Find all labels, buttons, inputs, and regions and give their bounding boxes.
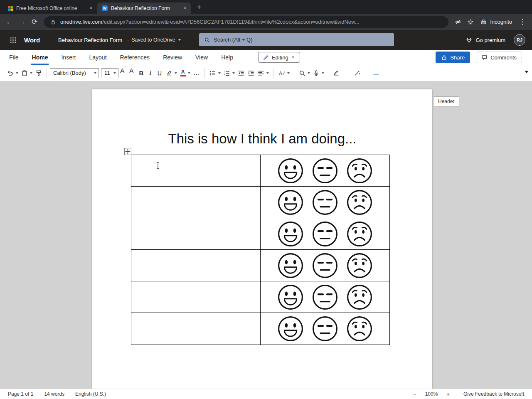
find-chevron-icon[interactable] <box>308 72 310 74</box>
share-button[interactable]: Share <box>436 52 470 63</box>
tab-close-icon[interactable]: × <box>182 5 188 12</box>
table-cell-faces[interactable] <box>261 250 389 281</box>
numbered-list-chevron-icon[interactable] <box>232 72 235 74</box>
eye-off-icon[interactable] <box>452 16 464 28</box>
zoom-in-button[interactable]: + <box>446 391 450 397</box>
address-bar[interactable]: onedrive.live.com/edit.aspx?action=editn… <box>44 16 448 28</box>
table-cell-faces[interactable] <box>261 313 389 345</box>
browser-navbar: ← → ⟳ onedrive.live.com/edit.aspx?action… <box>0 14 532 30</box>
saved-status[interactable]: - Saved to OneDrive <box>127 37 182 43</box>
reload-icon[interactable]: ⟳ <box>28 16 41 28</box>
styles-chevron-icon[interactable] <box>287 72 290 74</box>
editing-mode-dropdown[interactable]: Editing <box>258 52 300 63</box>
happy-face-icon <box>277 315 304 342</box>
tab-home[interactable]: Home <box>31 50 49 65</box>
font-name-select[interactable]: Calibri (Body) <box>50 68 99 78</box>
bullet-list-chevron-icon[interactable] <box>218 72 221 74</box>
tab-close-icon[interactable]: × <box>88 5 94 12</box>
grow-font-icon[interactable]: Aˆ <box>118 67 128 79</box>
document-page: This is how I think I am doing... <box>92 89 432 389</box>
tab-insert[interactable]: Insert <box>60 50 76 65</box>
new-tab-button[interactable]: + <box>194 2 204 12</box>
premium-diamond-icon <box>466 37 472 43</box>
search-input[interactable]: Search (Alt + Q) <box>199 33 394 46</box>
highlight-chevron-icon[interactable] <box>175 72 177 74</box>
table-cell-text[interactable] <box>131 250 261 281</box>
italic-icon[interactable]: I <box>146 67 155 79</box>
underline-icon[interactable]: U <box>155 67 164 79</box>
tab-help[interactable]: Help <box>220 50 234 65</box>
shrink-font-icon[interactable]: Aˇ <box>128 67 137 79</box>
table-cell-text[interactable] <box>131 313 261 345</box>
chevron-down-icon <box>113 72 116 74</box>
document-canvas: This is how I think I am doing... <box>0 81 532 389</box>
screen: Free Microsoft Office online × W Behavio… <box>0 0 532 399</box>
bullet-list-icon[interactable] <box>208 67 218 79</box>
font-color-chevron-icon[interactable] <box>188 72 190 74</box>
highlight-icon[interactable] <box>164 67 174 79</box>
find-icon[interactable] <box>297 67 307 79</box>
undo-chevron-icon[interactable] <box>16 72 18 74</box>
table-cell-faces[interactable] <box>261 187 389 218</box>
browser-menu-icon[interactable]: ⋮ <box>516 16 529 28</box>
ribbon-collapse-icon[interactable] <box>525 71 529 73</box>
browser-tab-document[interactable]: W Behaviour Reflection Form × <box>97 2 191 14</box>
apps-grid-icon[interactable] <box>7 34 19 46</box>
app-name[interactable]: Word <box>24 37 40 44</box>
url-path: /edit.aspx?action=editnew&resid=A7D56CBC… <box>102 19 359 25</box>
language-status[interactable]: English (U.S.) <box>75 391 106 397</box>
tab-references[interactable]: References <box>119 50 151 65</box>
editing-label: Editing <box>272 54 288 61</box>
dictate-mic-icon[interactable] <box>311 67 321 79</box>
forward-icon[interactable]: → <box>16 16 28 28</box>
table-cell-text[interactable] <box>131 155 261 186</box>
svg-text:3: 3 <box>224 74 225 76</box>
table-cell-text[interactable] <box>131 281 261 313</box>
document-heading[interactable]: This is how I think I am doing... <box>92 131 432 147</box>
font-color-icon[interactable]: A <box>178 67 187 79</box>
tab-layout[interactable]: Layout <box>88 50 107 65</box>
header-edit-tab[interactable]: Header <box>433 96 459 106</box>
back-icon[interactable]: ← <box>3 16 16 28</box>
align-chevron-icon[interactable] <box>266 72 269 74</box>
word-count[interactable]: 14 words <box>44 391 64 397</box>
bookmark-star-icon[interactable] <box>464 16 477 28</box>
comments-button[interactable]: Comments <box>476 52 522 63</box>
magic-wand-icon[interactable] <box>352 67 362 79</box>
indent-icon[interactable] <box>246 67 256 79</box>
sad-face-icon <box>346 283 373 311</box>
table-cell-text[interactable] <box>131 218 261 249</box>
document-title-field[interactable]: Behaviour Reflection Form <box>58 37 122 43</box>
table-cell-faces[interactable] <box>261 218 389 249</box>
styles-icon[interactable]: A <box>276 67 287 79</box>
table-cell-faces[interactable] <box>261 155 389 186</box>
page-count[interactable]: Page 1 of 1 <box>8 391 33 397</box>
feedback-link[interactable]: Give Feedback to Microsoft <box>463 391 524 397</box>
table-row <box>131 250 389 281</box>
zoom-out-button[interactable]: − <box>413 391 416 397</box>
paste-icon[interactable] <box>20 67 30 79</box>
undo-icon[interactable] <box>5 67 15 79</box>
numbered-list-icon[interactable]: 123 <box>222 67 232 79</box>
tab-file[interactable]: File <box>8 50 20 65</box>
dictate-chevron-icon[interactable] <box>322 72 324 74</box>
go-premium-button[interactable]: Go premium <box>466 37 505 43</box>
bold-icon[interactable]: B <box>137 67 146 79</box>
table-move-handle-icon[interactable] <box>124 148 131 155</box>
browser-tab-office[interactable]: Free Microsoft Office online × <box>3 2 97 14</box>
avatar[interactable]: RJ <box>514 34 525 46</box>
tab-review[interactable]: Review <box>162 50 183 65</box>
toolbar-overflow-icon[interactable]: … <box>371 67 381 79</box>
editor-pen-icon[interactable] <box>331 67 341 79</box>
chevron-down-icon <box>292 57 294 58</box>
table-cell-faces[interactable] <box>261 281 389 313</box>
tab-view[interactable]: View <box>195 50 209 65</box>
align-icon[interactable] <box>256 67 266 79</box>
format-painter-icon[interactable] <box>34 67 44 79</box>
more-formatting-icon[interactable]: … <box>192 67 202 79</box>
zoom-level[interactable]: 100% <box>425 391 438 397</box>
font-size-select[interactable]: 11 <box>101 68 118 78</box>
table-cell-text[interactable] <box>131 187 261 218</box>
paste-chevron-icon[interactable] <box>30 72 32 74</box>
outdent-icon[interactable] <box>236 67 246 79</box>
